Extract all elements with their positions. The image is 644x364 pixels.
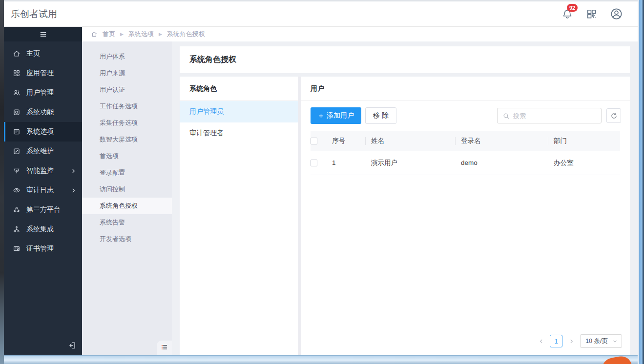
qr-code-icon: [586, 8, 597, 20]
submenu-item-user-source[interactable]: 用户来源: [82, 65, 172, 81]
chevron-right-icon: [71, 188, 76, 193]
sidebar-item-label: 主页: [26, 49, 40, 58]
submenu-item-user-auth[interactable]: 用户认证: [82, 81, 172, 98]
notifications-button[interactable]: 92: [561, 8, 573, 20]
top-header: 乐创者试用 92: [4, 1, 638, 27]
sidebar-item-label: 审计日志: [26, 186, 54, 195]
smart-monitor-icon: [13, 167, 21, 175]
desktop-edge-right: [638, 0, 644, 364]
users-panel-header: 用户: [301, 77, 630, 101]
sidebar-item-label: 应用管理: [26, 69, 54, 78]
search-input[interactable]: [513, 112, 596, 120]
column-header-login: 登录名: [455, 137, 548, 145]
sidebar-item-label: 系统选项: [26, 127, 54, 136]
sidebar-item-label: 智能监控: [26, 166, 54, 175]
search-icon: [502, 112, 510, 120]
column-header-department: 部门: [548, 137, 620, 145]
sidebar-item-home[interactable]: 主页: [4, 44, 82, 63]
desktop-edge-left: [0, 0, 4, 364]
column-header-no: 序号: [332, 137, 365, 145]
integration-icon: [13, 225, 21, 233]
submenu-item-access-control[interactable]: 访问控制: [82, 181, 172, 198]
submenu-item-preferences[interactable]: 首选项: [82, 148, 172, 164]
users-panel: 用户 添加用户 移 除: [301, 77, 630, 355]
submenu-item-bigscreen-options[interactable]: 数智大屏选项: [82, 131, 172, 148]
breadcrumb-home-icon: [91, 31, 98, 38]
cell-department: 办公室: [548, 159, 620, 167]
search-box: [497, 108, 602, 123]
notification-badge: 92: [567, 4, 578, 12]
home-icon: [13, 50, 21, 58]
audit-log-icon: [13, 186, 21, 194]
add-user-button[interactable]: 添加用户: [311, 107, 361, 124]
user-account-button[interactable]: [610, 7, 623, 20]
users-table: 序号 姓名 登录名 部门 1 演示用户 demo: [311, 131, 620, 175]
submenu-item-system-role-auth[interactable]: 系统角色授权: [82, 198, 172, 214]
submenu-collapse-button[interactable]: [157, 341, 172, 355]
refresh-icon: [610, 112, 618, 120]
role-item-audit-admin[interactable]: 审计管理者: [180, 122, 298, 144]
add-user-button-label: 添加用户: [327, 111, 354, 120]
breadcrumb-item-home[interactable]: 首页: [103, 30, 115, 39]
app-title: 乐创者试用: [11, 8, 57, 20]
submenu-item-user-system[interactable]: 用户体系: [82, 48, 172, 65]
refresh-button[interactable]: [606, 108, 621, 123]
sidebar-item-app-management[interactable]: 应用管理: [4, 63, 82, 83]
main-content: 系统角色授权 系统角色 用户管理员 审计管理者 用户: [172, 41, 638, 355]
avatar-icon: [610, 7, 623, 20]
submenu-item-system-alerts[interactable]: 系统告警: [82, 214, 172, 231]
sidebar-item-label: 证书管理: [26, 244, 54, 253]
breadcrumb-item-system-options[interactable]: 系统选项: [128, 30, 154, 39]
row-checkbox[interactable]: [311, 160, 317, 166]
qr-code-button[interactable]: [586, 8, 597, 20]
sidebar-item-smart-monitor[interactable]: 智能监控: [4, 161, 82, 181]
system-functions-icon: [13, 108, 21, 116]
plus-icon: [318, 113, 324, 119]
sidebar-item-system-options[interactable]: 系统选项: [4, 122, 82, 142]
sidebar-item-system-integration[interactable]: 系统集成: [4, 220, 82, 239]
remove-user-button[interactable]: 移 除: [365, 107, 396, 124]
main-sidebar: 主页 应用管理 用户管理 系统功能 系统选项: [4, 27, 82, 355]
sidebar-item-audit-log[interactable]: 审计日志: [4, 181, 82, 200]
submenu-item-developer-options[interactable]: 开发者选项: [82, 231, 172, 247]
table-row[interactable]: 1 演示用户 demo 办公室: [311, 151, 620, 175]
certificate-icon: [13, 245, 21, 253]
pagination-prev-button[interactable]: [536, 335, 546, 347]
sidebar-toggle-button[interactable]: [4, 27, 82, 41]
pagination-current-page[interactable]: 1: [550, 335, 562, 347]
sidebar-item-label: 系统功能: [26, 108, 54, 117]
roles-panel-header: 系统角色: [180, 77, 298, 101]
app-window: 乐创者试用 92: [4, 0, 638, 355]
breadcrumb-separator: ▶: [159, 32, 162, 37]
sidebar-item-third-party[interactable]: 第三方平台: [4, 200, 82, 220]
sidebar-collapse-button[interactable]: [67, 341, 76, 350]
chevron-down-icon: [612, 339, 618, 344]
sidebar-item-label: 系统维护: [26, 147, 54, 156]
sidebar-item-certificate-management[interactable]: 证书管理: [4, 239, 82, 259]
sidebar-item-system-maintenance[interactable]: 系统维护: [4, 142, 82, 161]
pagination-next-button[interactable]: [566, 335, 577, 347]
sidebar-item-system-functions[interactable]: 系统功能: [4, 102, 82, 122]
role-item-user-admin[interactable]: 用户管理员: [180, 101, 298, 122]
role-authorization-panel: 系统角色 用户管理员 审计管理者 用户: [180, 77, 630, 355]
sidebar-item-label: 用户管理: [26, 88, 54, 97]
cell-name: 演示用户: [365, 159, 455, 167]
submenu-item-login-config[interactable]: 登录配置: [82, 164, 172, 181]
sidebar-item-user-management[interactable]: 用户管理: [4, 83, 82, 102]
hamburger-icon: [39, 30, 47, 39]
breadcrumb-item-current: 系统角色授权: [167, 30, 205, 39]
page-size-select[interactable]: 10 条/页: [580, 334, 622, 348]
third-party-icon: [13, 206, 21, 214]
sidebar-item-label: 系统集成: [26, 225, 54, 234]
cell-no: 1: [332, 159, 365, 166]
system-options-icon: [13, 128, 21, 136]
breadcrumb: 首页 ▶ 系统选项 ▶ 系统角色授权: [82, 27, 638, 41]
column-header-name: 姓名: [365, 137, 455, 145]
submenu-item-collect-task-options[interactable]: 采集任务选项: [82, 115, 172, 131]
users-toolbar: 添加用户 移 除: [301, 101, 630, 130]
system-maintenance-icon: [13, 147, 21, 155]
pagination: 1 10 条/页: [301, 334, 630, 355]
select-all-checkbox[interactable]: [311, 138, 317, 144]
page-size-value: 10 条/页: [585, 337, 608, 345]
submenu-item-work-task-options[interactable]: 工作任务选项: [82, 98, 172, 115]
